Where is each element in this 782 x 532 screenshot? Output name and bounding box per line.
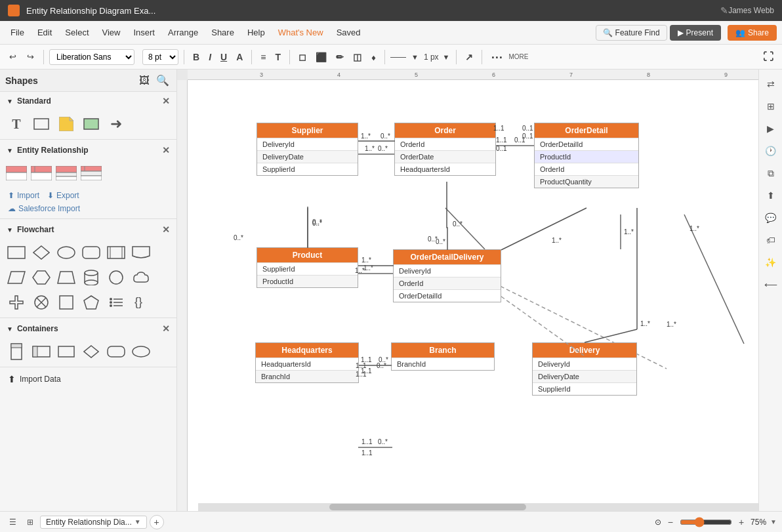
import-button[interactable]: ⬆ Import — [8, 191, 39, 200]
fc-trapezoid[interactable] — [55, 266, 77, 289]
connection-style-button[interactable]: ⬧ — [367, 50, 379, 64]
zoom-out-button[interactable]: − — [665, 516, 676, 529]
import-data-button[interactable]: ⬆ Import Data — [0, 369, 176, 390]
menu-help[interactable]: Help — [242, 25, 270, 40]
menu-arrange[interactable]: Arrange — [163, 25, 203, 40]
rect-shape[interactable] — [30, 113, 52, 135]
entity-product[interactable]: Product SupplierId ProductId — [257, 247, 358, 288]
section-flowchart-close-icon[interactable]: ✕ — [162, 224, 170, 235]
waypoint-button[interactable]: ↗ — [462, 50, 476, 64]
italic-button[interactable]: I — [205, 50, 215, 64]
align-button[interactable]: ≡ — [257, 50, 269, 64]
right-panel-layers-icon[interactable]: ⧉ — [762, 164, 780, 182]
zoom-in-button[interactable]: + — [736, 516, 747, 529]
ct-vertical[interactable] — [5, 340, 28, 363]
fc-plus[interactable] — [5, 291, 28, 314]
redo-button[interactable]: ↪ — [23, 49, 38, 64]
font-family-select[interactable]: Liberation Sans — [49, 49, 134, 65]
entity-order[interactable]: Order OrderId OrderDate HeadquartersId — [394, 123, 496, 176]
fc-diamond[interactable] — [30, 241, 52, 264]
ct-horizontal[interactable] — [30, 340, 52, 363]
fc-pentagon[interactable] — [80, 291, 102, 314]
er-shape-4[interactable] — [80, 162, 102, 184]
fullscreen-button[interactable]: ⛶ — [760, 49, 777, 65]
er-shape-3[interactable] — [55, 162, 77, 184]
colored-rect-shape[interactable] — [80, 113, 102, 135]
edit-title-icon[interactable]: ✎ — [720, 5, 728, 16]
ct-plain-rect[interactable] — [55, 340, 77, 363]
present-button[interactable]: ▶ Present — [670, 25, 721, 41]
fc-doc[interactable] — [130, 241, 152, 264]
ct-ellipse[interactable] — [130, 340, 152, 363]
font-color-button[interactable]: A — [233, 50, 246, 64]
right-panel-video-icon[interactable]: ▶ — [762, 119, 780, 138]
salesforce-import-button[interactable]: ☁ Salesforce Import — [0, 204, 176, 217]
add-page-button[interactable]: + — [150, 515, 164, 529]
fc-braces[interactable]: {} — [130, 291, 152, 314]
menu-insert[interactable]: Insert — [128, 25, 160, 40]
entity-supplier[interactable]: Supplier DeliveryId DeliveryDate Supplie… — [257, 123, 358, 176]
fc-rounded-rect[interactable] — [80, 241, 102, 264]
right-panel-wand-icon[interactable]: ✨ — [762, 253, 780, 272]
canvas[interactable]: 1..* 0..* 1..1 0..1 0..1 0..* 1..* 0..* … — [188, 80, 758, 511]
tab-dropdown-icon[interactable]: ▼ — [134, 518, 141, 525]
fc-parallelogram[interactable] — [5, 266, 28, 289]
ct-rounded[interactable] — [105, 340, 127, 363]
note-shape[interactable] — [55, 113, 77, 135]
menu-saved[interactable]: Saved — [331, 25, 366, 40]
right-panel-expand-icon[interactable]: ⟵ — [762, 276, 780, 294]
menu-share[interactable]: Share — [206, 25, 239, 40]
fill-color-button[interactable]: ⬛ — [312, 50, 330, 64]
fc-rect[interactable] — [5, 241, 28, 264]
grid-view-button[interactable]: ⊞ — [23, 516, 37, 529]
underline-button[interactable]: U — [217, 50, 230, 64]
menu-file[interactable]: File — [5, 25, 30, 40]
right-panel-clock-icon[interactable]: 🕐 — [762, 142, 780, 160]
line-color-button[interactable]: ✏ — [333, 50, 347, 64]
fc-circle[interactable] — [105, 266, 127, 289]
right-panel-chat-icon[interactable]: 💬 — [762, 209, 780, 227]
text-dir-button[interactable]: T — [272, 50, 284, 64]
section-standard-close-icon[interactable]: ✕ — [162, 96, 170, 106]
entity-orderdetail[interactable]: OrderDetail OrderDetailId ProductId Orde… — [534, 123, 639, 188]
section-er-close-icon[interactable]: ✕ — [162, 145, 170, 155]
diagram-tab[interactable]: Entity Relationship Dia... ▼ — [40, 516, 147, 529]
zoom-slider[interactable] — [680, 517, 732, 527]
fit-icon[interactable]: ⊙ — [655, 518, 661, 527]
fc-cloud[interactable] — [130, 266, 152, 289]
menu-select[interactable]: Select — [60, 25, 94, 40]
fc-cross-circle[interactable] — [30, 291, 52, 314]
text-shape[interactable]: T — [5, 113, 28, 135]
fc-cylinder[interactable] — [80, 266, 102, 289]
right-panel-grid-icon[interactable]: ⊞ — [762, 97, 780, 115]
image-search-icon[interactable]: 🖼 — [137, 73, 152, 89]
zoom-dropdown-icon[interactable]: ▼ — [770, 518, 777, 525]
scrollbar-thumb[interactable] — [329, 504, 526, 510]
er-shape-2[interactable] — [30, 162, 52, 184]
fc-ellipse[interactable] — [55, 241, 77, 264]
export-button[interactable]: ⬇ Export — [47, 191, 79, 200]
share-button[interactable]: 👥 Share — [728, 25, 777, 41]
bold-button[interactable]: B — [190, 50, 203, 64]
list-view-button[interactable]: ☰ — [5, 516, 20, 529]
entity-oddel[interactable]: OrderDetailDelivery DeliveryId OrderId O… — [393, 249, 501, 302]
font-size-select[interactable]: 8 pt — [142, 49, 178, 65]
menu-view[interactable]: View — [97, 25, 126, 40]
fc-process[interactable] — [105, 241, 127, 264]
undo-button[interactable]: ↩ — [5, 49, 20, 64]
canvas-wrapper[interactable]: 3 4 5 6 7 8 9 1..* 0..* 1..1 0..1 0..1 — [177, 70, 758, 511]
right-panel-tag-icon[interactable]: 🏷 — [762, 231, 780, 249]
er-shape-1[interactable] — [5, 162, 28, 184]
arrow-shape[interactable]: ➜ — [105, 113, 127, 135]
right-panel-arrows-icon[interactable]: ⇄ — [762, 75, 780, 93]
right-panel-upload-icon[interactable]: ⬆ — [762, 186, 780, 205]
section-standard-header[interactable]: ▼ Standard ✕ — [0, 92, 176, 110]
section-flowchart-header[interactable]: ▼ Flowchart ✕ — [0, 220, 176, 239]
fill-button[interactable]: ◻ — [295, 50, 310, 64]
search-shapes-icon[interactable]: 🔍 — [154, 72, 171, 89]
shadow-button[interactable]: ◫ — [350, 50, 365, 64]
menu-whats-new[interactable]: What's New — [273, 25, 329, 40]
fc-hexagon[interactable] — [30, 266, 52, 289]
ct-diamond[interactable] — [80, 340, 102, 363]
entity-branch[interactable]: Branch BranchId — [391, 342, 495, 371]
